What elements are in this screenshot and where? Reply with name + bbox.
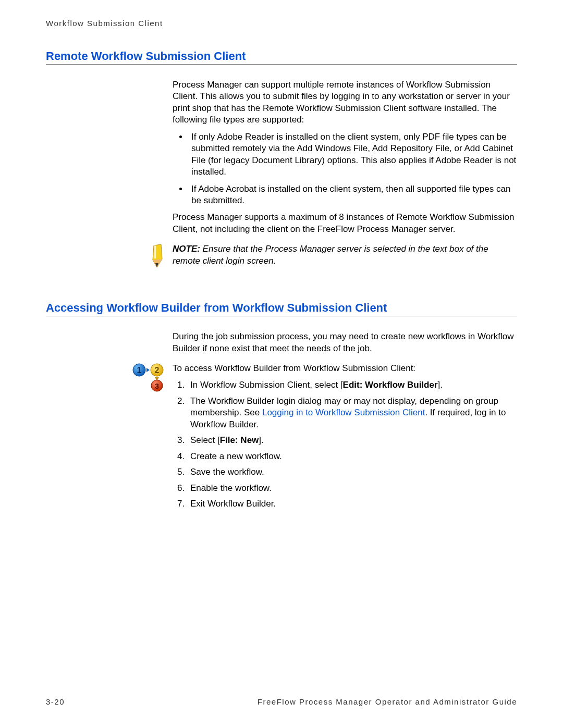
para-access-lead: To access Workflow Builder from Workflow… xyxy=(173,363,517,374)
block-steps: 1 2 3 To access Workflow Builder from Wo… xyxy=(46,363,517,514)
step-1: In Workflow Submission Client, select [E… xyxy=(187,379,517,391)
page-number: 3-20 xyxy=(46,697,65,706)
step-3c: ]. xyxy=(259,435,263,445)
block-access-intro: During the job submission process, you m… xyxy=(46,331,517,360)
step-1a: In Workflow Submission Client, select [ xyxy=(190,380,343,390)
document-page: Workflow Submission Client Remote Workfl… xyxy=(0,0,563,728)
bullet-list: If only Adobe Reader is installed on the… xyxy=(173,131,517,207)
step-7: Exit Workflow Builder. xyxy=(187,498,517,510)
note-para: NOTE: Ensure that the Process Manager se… xyxy=(173,243,517,267)
block-intro: Process Manager can support multiple rem… xyxy=(46,79,517,240)
section-heading-accessing: Accessing Workflow Builder from Workflow… xyxy=(46,301,517,316)
step-2: The Workflow Builder login dialog may or… xyxy=(187,396,517,430)
section-heading-remote: Remote Workflow Submission Client xyxy=(46,50,517,65)
para-intro: Process Manager can support multiple rem… xyxy=(173,79,517,126)
svg-rect-3 xyxy=(154,245,156,258)
block-note: NOTE: Ensure that the Process Manager se… xyxy=(46,243,517,272)
bullet-1: If only Adobe Reader is installed on the… xyxy=(188,131,517,178)
svg-text:1: 1 xyxy=(137,366,142,375)
pencil-icon xyxy=(150,243,165,268)
step-3: Select [File: New]. xyxy=(187,435,517,446)
para-access-intro: During the job submission process, you m… xyxy=(173,331,517,354)
step-5: Save the workflow. xyxy=(187,466,517,478)
svg-marker-6 xyxy=(146,368,150,372)
link-logging-in[interactable]: Logging in to Workflow Submission Client xyxy=(262,408,425,417)
guide-title: FreeFlow Process Manager Operator and Ad… xyxy=(258,697,517,706)
step-1b: Edit: Workflow Builder xyxy=(343,380,438,390)
para-max: Process Manager supports a maximum of 8 … xyxy=(173,212,517,235)
ordered-steps: In Workflow Submission Client, select [E… xyxy=(173,379,517,510)
page-footer: 3-20 FreeFlow Process Manager Operator a… xyxy=(46,697,517,706)
step-3b: File: New xyxy=(220,435,259,445)
step-6: Enable the workflow. xyxy=(187,483,517,494)
numbered-steps-icon: 1 2 3 xyxy=(132,363,165,392)
svg-text:3: 3 xyxy=(155,381,159,390)
bullet-2: If Adobe Acrobat is installed on the cli… xyxy=(188,183,517,207)
step-4: Create a new workflow. xyxy=(187,451,517,462)
step-1c: ]. xyxy=(438,380,443,390)
step-3a: Select [ xyxy=(190,435,220,445)
note-text: Ensure that the Process Manager server i… xyxy=(173,244,488,265)
svg-text:2: 2 xyxy=(155,366,160,375)
running-header: Workflow Submission Client xyxy=(46,19,517,28)
note-label: NOTE: xyxy=(173,244,203,254)
